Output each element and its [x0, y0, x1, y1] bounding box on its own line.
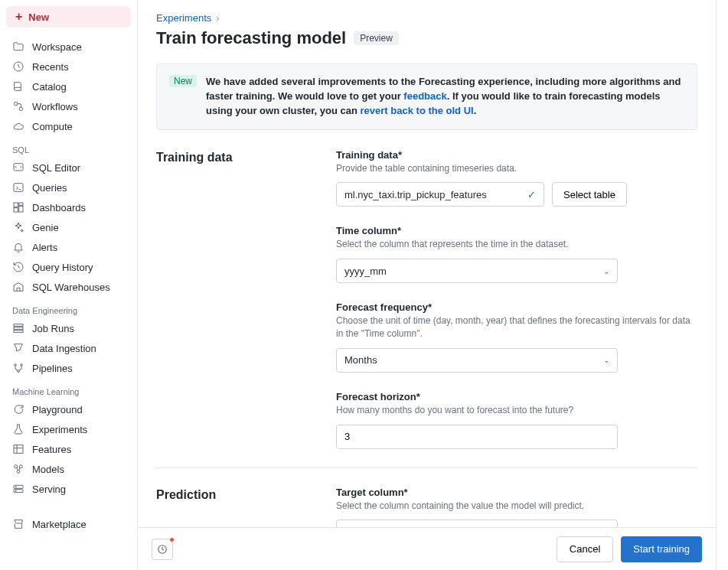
time-column-select[interactable]: yyyy_mm ⌄: [336, 259, 618, 283]
sidebar-item-workflows[interactable]: Workflows: [0, 96, 137, 116]
sidebar-item-query-history[interactable]: Query History: [0, 257, 137, 277]
notification-dot: [169, 537, 175, 542]
svg-point-18: [17, 470, 20, 473]
book-icon: [12, 80, 24, 93]
pipeline-icon: [12, 362, 24, 374]
sidebar-item-marketplace[interactable]: Marketplace: [0, 514, 137, 534]
model-icon: [12, 463, 24, 475]
new-button-label: New: [28, 11, 49, 23]
frequency-select[interactable]: Months ⌄: [336, 348, 618, 373]
target-column-label: Target column*: [336, 487, 697, 498]
main-panel: Experiments › Train forecasting model Pr…: [138, 0, 716, 570]
sidebar-item-compute[interactable]: Compute: [0, 116, 137, 136]
new-button[interactable]: + New: [6, 6, 131, 28]
sidebar-item-data-ingestion[interactable]: Data Ingestion: [0, 338, 137, 358]
horizon-input[interactable]: [336, 425, 618, 449]
section-header-ml: Machine Learning: [0, 378, 137, 399]
sidebar-item-job-runs[interactable]: Job Runs: [0, 318, 137, 338]
clock-icon: [157, 544, 168, 555]
ingest-icon: [12, 342, 24, 354]
sidebar-item-models[interactable]: Models: [0, 459, 137, 479]
target-column-desc: Select the column containing the value t…: [336, 500, 697, 513]
store-icon: [12, 518, 24, 530]
terminal-icon: [12, 181, 24, 194]
sidebar-item-serving[interactable]: Serving: [0, 479, 137, 499]
svg-point-22: [15, 490, 16, 491]
sidebar-item-sql-warehouses[interactable]: SQL Warehouses: [0, 277, 137, 297]
sidebar-item-alerts[interactable]: Alerts: [0, 237, 137, 257]
warehouse-icon: [12, 281, 24, 293]
sparkle-icon: [12, 221, 24, 233]
history-button[interactable]: [152, 539, 173, 560]
svg-point-13: [21, 364, 23, 366]
sidebar-item-queries[interactable]: Queries: [0, 178, 137, 197]
training-data-label: Training data*: [336, 149, 697, 161]
banner-text: We have added several improvements to th…: [206, 75, 684, 119]
svg-rect-2: [19, 107, 22, 110]
preview-badge: Preview: [354, 31, 399, 45]
start-training-button[interactable]: Start training: [621, 536, 702, 562]
serving-icon: [12, 483, 24, 495]
sidebar-item-playground[interactable]: Playground: [0, 399, 137, 419]
chevron-down-icon: ⌄: [603, 267, 609, 275]
horizon-desc: How many months do you want to forecast …: [336, 404, 697, 417]
sidebar-item-recents[interactable]: Recents: [0, 57, 137, 77]
chat-icon: [12, 403, 24, 415]
sidebar-item-features[interactable]: Features: [0, 439, 137, 459]
svg-rect-7: [19, 207, 23, 212]
sidebar-item-experiments[interactable]: Experiments: [0, 419, 137, 439]
bell-icon: [12, 241, 24, 253]
chevron-down-icon: ⌄: [603, 356, 609, 364]
chevron-right-icon: ›: [216, 12, 219, 24]
svg-rect-9: [14, 324, 23, 327]
svg-rect-15: [14, 445, 23, 454]
sidebar-item-sql-editor[interactable]: SQL Editor: [0, 158, 137, 178]
svg-rect-5: [14, 203, 18, 207]
flask-icon: [12, 423, 24, 435]
target-column-select[interactable]: count_trips_window_1h_pickup_zip ⌄: [336, 520, 618, 527]
svg-point-21: [15, 487, 16, 487]
dashboard-icon: [12, 201, 24, 213]
cancel-button[interactable]: Cancel: [557, 536, 613, 562]
plus-icon: +: [15, 11, 22, 23]
svg-point-12: [15, 364, 17, 366]
clock-icon: [12, 60, 24, 73]
check-icon: ✓: [527, 189, 536, 200]
svg-rect-8: [14, 208, 18, 212]
right-rail: [716, 0, 728, 570]
horizon-label: Forecast horizon*: [336, 391, 697, 402]
select-table-button[interactable]: Select table: [552, 182, 627, 207]
sidebar-item-catalog[interactable]: Catalog: [0, 77, 137, 96]
svg-rect-11: [14, 331, 23, 333]
sidebar-item-workspace[interactable]: Workspace: [0, 37, 137, 57]
time-column-label: Time column*: [336, 225, 697, 236]
history-icon: [12, 261, 24, 273]
cloud-icon: [12, 120, 24, 132]
breadcrumb-experiments[interactable]: Experiments: [156, 12, 211, 24]
info-banner: New We have added several improvements t…: [156, 64, 697, 130]
revert-link[interactable]: revert back to the old UI: [361, 105, 474, 116]
content-scroll[interactable]: Experiments › Train forecasting model Pr…: [138, 0, 716, 527]
feedback-link[interactable]: feedback: [403, 90, 446, 102]
svg-rect-6: [19, 203, 23, 205]
breadcrumb: Experiments ›: [156, 12, 697, 24]
section-header-sql: SQL: [0, 136, 137, 158]
svg-rect-1: [15, 103, 18, 106]
svg-point-14: [18, 370, 20, 373]
sidebar: + New Workspace Recents Catalog Workflow…: [0, 0, 138, 570]
editor-icon: [12, 161, 24, 174]
svg-rect-10: [14, 327, 23, 330]
workflow-icon: [12, 100, 24, 112]
sidebar-item-genie[interactable]: Genie: [0, 217, 137, 237]
folder-icon: [12, 41, 24, 53]
section-header-data-engineering: Data Engineering: [0, 297, 137, 318]
frequency-label: Forecast frequency*: [336, 301, 697, 313]
section-prediction: Prediction: [156, 487, 336, 527]
table-icon: [12, 443, 24, 455]
sidebar-item-dashboards[interactable]: Dashboards: [0, 197, 137, 217]
sidebar-item-pipelines[interactable]: Pipelines: [0, 358, 137, 378]
training-data-input[interactable]: ml.nyc_taxi.trip_pickup_features ✓: [336, 182, 544, 207]
section-training-data: Training data: [156, 149, 336, 467]
runs-icon: [12, 322, 24, 334]
footer: Cancel Start training: [138, 527, 716, 570]
